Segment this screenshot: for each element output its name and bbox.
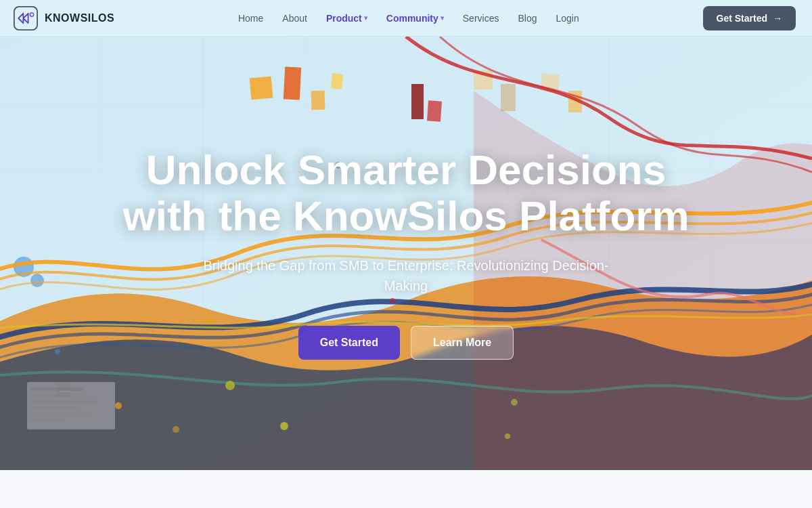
nav-services[interactable]: Services [455,9,508,28]
hero-subtitle: Bridging the Gap from SMB to Enterprise:… [196,255,616,296]
nav-blog[interactable]: Blog [510,9,545,28]
svg-rect-0 [14,6,37,29]
nav-community[interactable]: Community ▾ [378,9,452,28]
svg-point-1 [30,12,33,16]
community-dropdown-arrow: ▾ [441,14,444,22]
nav-home[interactable]: Home [230,9,271,28]
hero-title: Unlock Smarter Decisions with the KnowSi… [102,147,710,239]
knowsilos-logo-icon [14,6,38,30]
product-dropdown-arrow: ▾ [364,14,367,22]
nav-cta-arrow-icon: → [773,13,782,24]
logo-link[interactable]: KNOWSILOS [14,6,114,30]
below-hero-area [0,470,812,508]
nav-links: Home About Product ▾ Community ▾ Service… [230,9,587,28]
hero-content: Unlock Smarter Decisions with the KnowSi… [0,37,812,470]
nav-get-started-button[interactable]: Get Started → [703,6,796,30]
hero-section: Unlock Smarter Decisions with the KnowSi… [0,37,812,470]
hero-get-started-button[interactable]: Get Started [298,326,400,360]
nav-login[interactable]: Login [548,9,587,28]
nav-product[interactable]: Product ▾ [318,9,376,28]
nav-about[interactable]: About [274,9,315,28]
navbar: KNOWSILOS Home About Product ▾ Community… [0,0,812,37]
logo-text: KNOWSILOS [45,12,114,24]
hero-buttons: Get Started Learn More [298,326,514,360]
hero-learn-more-button[interactable]: Learn More [411,326,514,360]
